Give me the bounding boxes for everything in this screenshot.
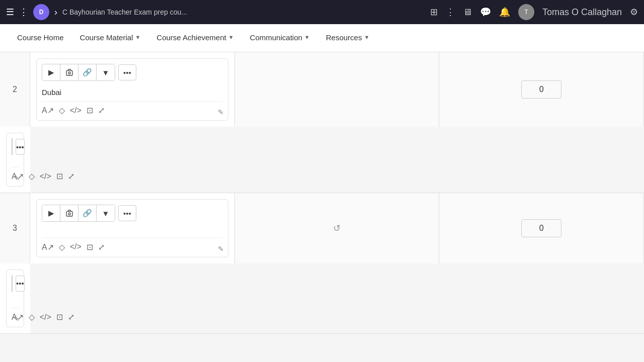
- top-bar-actions: ⊞ ⋮ 🖥 💬 🔔 T Tomas O Callaghan ⚙: [430, 4, 638, 20]
- svg-point-5: [68, 213, 70, 215]
- diamond-icon[interactable]: ◇: [59, 242, 65, 252]
- chat-icon[interactable]: 💬: [480, 7, 491, 18]
- loading-spinner: ↺: [333, 223, 341, 234]
- toolbar-group-2-1: ▶ 🔗 ▼: [42, 64, 115, 81]
- card-toolbar-3-4: ▶ 🔗 ▼ •••: [12, 275, 19, 292]
- dropdown-button[interactable]: ▼: [97, 205, 115, 221]
- play-button[interactable]: ▶: [12, 139, 13, 155]
- link-button[interactable]: 🔗: [78, 64, 97, 80]
- score-box-3: 0: [521, 219, 561, 237]
- card-text-3-4: [12, 297, 19, 308]
- svg-point-1: [68, 72, 70, 74]
- table-row: 3 ▶ 🔗 ▼ •••: [0, 193, 644, 334]
- grid-cell-2-2: [235, 52, 440, 127]
- edit-icon-3-1[interactable]: ✎: [218, 245, 224, 253]
- table-icon[interactable]: ⊡: [56, 312, 63, 322]
- edit-icon-2-1[interactable]: ✎: [218, 108, 224, 116]
- play-button[interactable]: ▶: [12, 276, 13, 292]
- grid-cell-3-3: 0: [439, 193, 644, 263]
- table-icon[interactable]: ⊡: [56, 171, 63, 181]
- grid-cell-3-2: ↺: [235, 193, 440, 263]
- play-button[interactable]: ▶: [42, 64, 60, 80]
- nav-course-home[interactable]: Course Home: [10, 24, 71, 52]
- chevron-down-icon: ▼: [228, 34, 234, 40]
- svg-rect-0: [66, 71, 72, 75]
- diamond-icon[interactable]: ◇: [29, 171, 35, 181]
- link-button[interactable]: 🔗: [78, 205, 97, 221]
- menu-icon[interactable]: ☰: [6, 7, 14, 18]
- text-format-icon[interactable]: A↗: [42, 106, 54, 115]
- dots-icon[interactable]: ⋮: [19, 7, 28, 18]
- expand-icon[interactable]: ⤢: [68, 171, 74, 181]
- page-title: C Bayhourian Teacher Exam prep cou...: [62, 8, 425, 16]
- card-bottom-icons-2-1: A↗ ◇ </> ⊡ ⤢: [42, 101, 223, 115]
- settings-icon[interactable]: ⚙: [630, 7, 638, 18]
- card-toolbar-2-4: ▶ 🔗 ▼ •••: [12, 138, 19, 155]
- dots-menu-icon[interactable]: ⋮: [446, 7, 455, 18]
- card-toolbar-3-1: ▶ 🔗 ▼ •••: [42, 205, 223, 222]
- table-icon[interactable]: ⊡: [87, 242, 93, 252]
- more-button-3-1[interactable]: •••: [118, 205, 136, 221]
- card-text-3-1: [42, 227, 223, 238]
- grid-cell-2-1: ▶ 🔗 ▼ ••• Dubai A↗ ◇ </>: [30, 52, 235, 127]
- code-icon[interactable]: </>: [70, 106, 82, 115]
- more-button-2-4[interactable]: •••: [16, 139, 25, 155]
- more-button-2-1[interactable]: •••: [118, 64, 136, 80]
- score-box-2: 0: [521, 80, 561, 99]
- nav-communication[interactable]: Communication ▼: [243, 24, 317, 52]
- bell-icon[interactable]: 🔔: [499, 7, 510, 18]
- grid-cell-3-4: ▶ 🔗 ▼ ••• A↗ ◇ </>: [0, 263, 30, 334]
- card-2-1: ▶ 🔗 ▼ ••• Dubai A↗ ◇ </>: [36, 58, 228, 121]
- row-number-2: 2: [0, 52, 30, 127]
- code-icon[interactable]: </>: [70, 242, 82, 251]
- more-button-3-4[interactable]: •••: [16, 276, 25, 292]
- dropdown-button[interactable]: ▼: [97, 64, 115, 80]
- diamond-icon[interactable]: ◇: [59, 106, 65, 115]
- card-text-2-4: [12, 160, 19, 167]
- card-2-4: ▶ 🔗 ▼ ••• A↗ ◇ </>: [6, 133, 24, 187]
- code-icon[interactable]: </>: [40, 313, 51, 322]
- expand-icon[interactable]: ⤢: [98, 106, 105, 115]
- svg-rect-4: [66, 212, 72, 216]
- grid-cell-3-1: ▶ 🔗 ▼ ••• A↗ ◇ </>: [30, 193, 235, 263]
- grid-container: 2 ▶ 🔗 ▼ •••: [0, 52, 644, 334]
- main-content: 2 ▶ 🔗 ▼ •••: [0, 52, 644, 362]
- grid-cell-2-3: 0: [439, 52, 644, 127]
- card-toolbar-2-1: ▶ 🔗 ▼ •••: [42, 64, 223, 81]
- toolbar-group-3-1: ▶ 🔗 ▼: [42, 205, 115, 222]
- user-name: Tomas O Callaghan: [542, 7, 622, 18]
- expand-icon[interactable]: ⤢: [98, 242, 105, 252]
- edit-icon-2-4[interactable]: ✎: [14, 174, 20, 182]
- table-row: 2 ▶ 🔗 ▼ •••: [0, 52, 644, 193]
- grid-view-icon[interactable]: ⊞: [430, 7, 438, 18]
- logo: D: [33, 4, 49, 20]
- card-text-2-1: Dubai: [42, 86, 223, 101]
- secondary-nav: Course Home Course Material ▼ Course Ach…: [0, 24, 644, 52]
- toolbar-group-2-4: ▶ 🔗 ▼: [12, 138, 13, 155]
- table-icon[interactable]: ⊡: [87, 106, 93, 115]
- diamond-icon[interactable]: ◇: [29, 312, 35, 322]
- text-format-icon[interactable]: A↗: [42, 242, 54, 252]
- nav-course-achievement[interactable]: Course Achievement ▼: [149, 24, 240, 52]
- card-3-4: ▶ 🔗 ▼ ••• A↗ ◇ </>: [6, 269, 24, 328]
- nav-resources[interactable]: Resources ▼: [319, 24, 377, 52]
- camera-button[interactable]: [60, 64, 78, 80]
- avatar: T: [518, 4, 534, 20]
- camera-button[interactable]: [60, 205, 78, 221]
- play-button[interactable]: ▶: [42, 205, 60, 221]
- chevron-down-icon: ▼: [364, 34, 369, 40]
- monitor-icon[interactable]: 🖥: [463, 7, 472, 18]
- card-3-1: ▶ 🔗 ▼ ••• A↗ ◇ </>: [36, 199, 228, 257]
- separator-icon: ›: [54, 7, 57, 18]
- top-bar: ☰ ⋮ D › C Bayhourian Teacher Exam prep c…: [0, 0, 644, 24]
- row-number-3: 3: [0, 193, 30, 263]
- edit-icon-3-4[interactable]: ✎: [14, 315, 20, 323]
- card-bottom-icons-3-1: A↗ ◇ </> ⊡ ⤢: [42, 238, 223, 252]
- grid-cell-2-4: ▶ 🔗 ▼ ••• A↗ ◇ </>: [0, 127, 30, 193]
- expand-icon[interactable]: ⤢: [68, 312, 74, 322]
- chevron-down-icon: ▼: [135, 34, 140, 40]
- chevron-down-icon: ▼: [304, 34, 310, 40]
- toolbar-group-3-4: ▶ 🔗 ▼: [12, 275, 13, 292]
- nav-course-material[interactable]: Course Material ▼: [73, 24, 148, 52]
- code-icon[interactable]: </>: [40, 172, 51, 181]
